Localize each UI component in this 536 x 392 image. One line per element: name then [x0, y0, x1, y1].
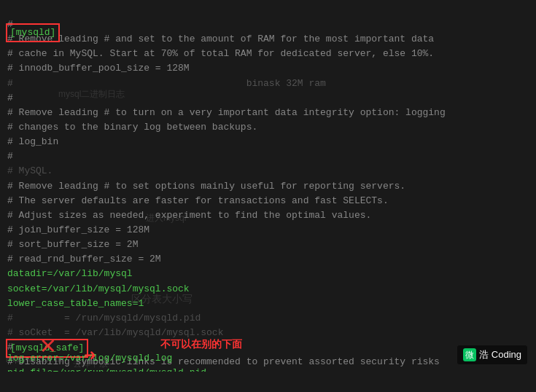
line-2: # Remove leading # and set to the amount… — [7, 32, 529, 47]
line-12: # Remove leading # to set options mainly… — [7, 179, 529, 194]
line-9: # log_bin — [7, 135, 529, 149]
line-11: # MySQL. — [7, 164, 529, 179]
line-6: # — [7, 91, 529, 106]
line-5: # binask 32M ram — [7, 77, 529, 91]
line-20: lower_case_table_names=1 — [7, 297, 529, 311]
annotation-bottom: 不可以在别的下面 — [160, 337, 242, 353]
line-18: datadir=/var/lib/mysql — [7, 267, 529, 281]
line-8: # changes to the binary log between back… — [7, 120, 529, 135]
line-16: # sort_buffer_size = 2M — [7, 238, 529, 252]
line-1: # — [7, 17, 529, 32]
watermark-bottom-left: http://wmcdn.cn — [6, 353, 62, 366]
line-17: # read_rnd_buffer_size = 2M — [7, 252, 529, 267]
line-4: # innodb_buffer_pool_size = 128M — [7, 61, 529, 76]
line-13: # The server defaults are faster for tra… — [7, 194, 529, 208]
line-10: # — [7, 149, 529, 164]
wechat-icon: 微 — [463, 348, 476, 361]
hao-coding-label: 浩 Coding — [479, 348, 521, 362]
hao-coding-badge: 微 浩 Coding — [457, 345, 527, 364]
mysqld-label: [mysqld] — [6, 23, 60, 42]
terminal-body: [mysqld] # # Remove leading # and set to… — [0, 0, 536, 372]
line-19: socket=/var/lib/mysql/mysql.sock — [7, 282, 529, 297]
line-14: # Adjust sizes as needed, experiment to … — [7, 208, 529, 223]
line-3: # cache in MySQL. Start at 70% of total … — [7, 47, 529, 61]
line-7: # Remove leading # to turn on a very imp… — [7, 106, 529, 120]
line-15: # join_buffer_size = 128M — [7, 223, 529, 238]
line-21: # = /run/mysqld/mysqld.pid — [7, 311, 529, 326]
